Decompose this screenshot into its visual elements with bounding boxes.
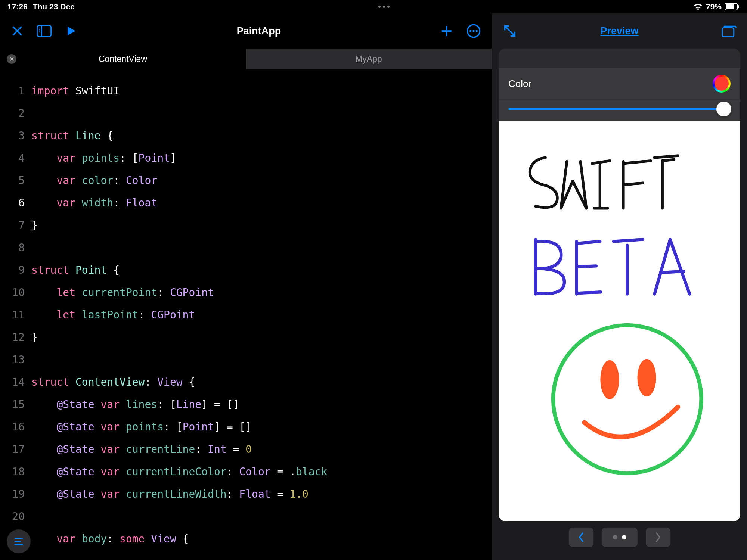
status-time: 17:26 <box>7 2 28 11</box>
file-tabs: ✕ ContentView MyApp <box>0 49 492 69</box>
tab-close-icon[interactable]: ✕ <box>7 54 16 64</box>
document-outline-button[interactable] <box>7 529 31 553</box>
svg-rect-2 <box>738 5 739 8</box>
preview-title[interactable]: Preview <box>600 25 638 37</box>
svg-rect-12 <box>722 28 734 37</box>
svg-point-5 <box>39 28 40 29</box>
preview-pager <box>499 521 740 553</box>
more-icon[interactable] <box>466 24 481 38</box>
code-editor[interactable]: 123456789101112131415161718192021 import… <box>0 69 492 560</box>
next-page-button[interactable] <box>646 528 670 547</box>
battery-icon <box>725 3 740 10</box>
sidebar-toggle-icon[interactable] <box>37 25 52 37</box>
svg-point-9 <box>469 30 471 32</box>
prev-page-button[interactable] <box>569 528 593 547</box>
svg-point-6 <box>39 29 40 31</box>
status-bar: 17:26 Thu 23 Dec 79% <box>0 0 747 13</box>
tab-label: ContentView <box>99 54 147 64</box>
svg-point-13 <box>553 325 701 473</box>
svg-point-7 <box>39 31 40 32</box>
app-title: PaintApp <box>237 25 281 37</box>
color-swatch-icon[interactable] <box>713 75 731 93</box>
expand-icon[interactable] <box>502 24 517 38</box>
close-icon[interactable] <box>10 24 24 38</box>
svg-point-10 <box>472 30 474 32</box>
color-label: Color <box>508 78 531 90</box>
tab-label: MyApp <box>355 54 382 64</box>
multitask-dots-icon[interactable] <box>378 6 390 8</box>
preview-card: Color <box>499 49 740 521</box>
battery-percent: 79% <box>706 2 722 11</box>
color-picker-row[interactable]: Color <box>499 68 740 99</box>
run-icon[interactable] <box>64 24 78 38</box>
svg-rect-1 <box>726 4 734 9</box>
width-slider[interactable] <box>499 99 740 121</box>
tab-myapp[interactable]: MyApp <box>246 49 492 69</box>
preview-toolbar: Preview <box>492 13 747 49</box>
editor-pane: PaintApp ✕ ContentView MyApp 12345678910… <box>0 13 492 560</box>
windows-icon[interactable] <box>722 25 737 37</box>
drawing-canvas[interactable] <box>499 121 740 521</box>
svg-point-14 <box>600 360 619 399</box>
preview-pane: Preview Color <box>492 13 747 560</box>
wifi-icon <box>693 3 703 10</box>
editor-toolbar: PaintApp <box>0 13 492 49</box>
add-icon[interactable] <box>440 24 453 38</box>
svg-point-15 <box>638 359 656 396</box>
svg-point-11 <box>476 30 478 32</box>
status-date: Thu 23 Dec <box>33 2 75 11</box>
slider-thumb[interactable] <box>716 102 731 116</box>
tab-contentview[interactable]: ✕ ContentView <box>0 49 246 69</box>
page-indicator[interactable] <box>602 528 638 547</box>
svg-rect-3 <box>37 25 51 36</box>
